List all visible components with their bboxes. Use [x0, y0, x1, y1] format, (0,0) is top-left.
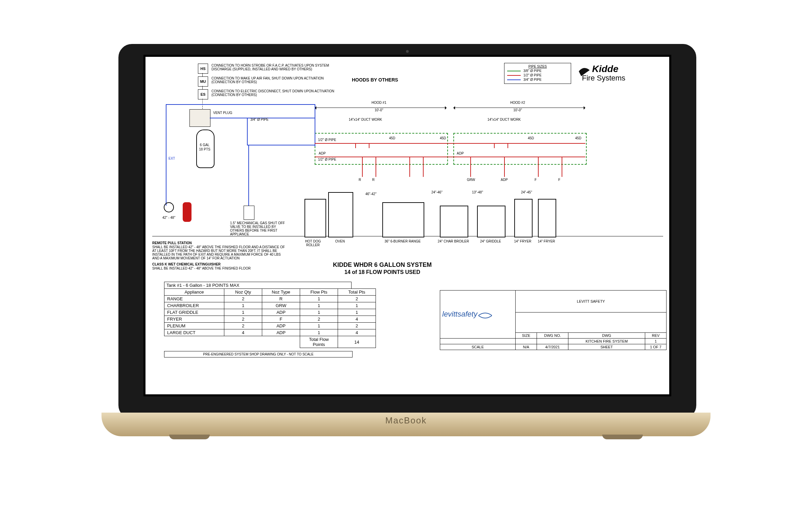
appliance-fryer1	[514, 199, 533, 237]
lbl-griddle: 24" GRIDDLE	[474, 239, 508, 243]
pipe-supply-h1	[166, 104, 315, 105]
canvas: HS CONNECTION TO HORN STROBE OR F.A.C.P.…	[0, 0, 812, 510]
hood2-label: HOOD #2	[501, 101, 535, 105]
vent-plug: VENT PLUG	[213, 111, 232, 115]
system-sub: 14 of 18 FLOW POINTS USED	[298, 269, 467, 275]
brand-line2: Fire Systems	[582, 74, 625, 83]
ext-tag: EXT	[168, 157, 175, 160]
pipe-branch-lower	[315, 157, 585, 157]
noz-45d: 45D	[389, 136, 395, 140]
control-head	[189, 109, 210, 127]
table-row: PLENUM2ADP12	[164, 323, 376, 329]
appliance-hotdog	[304, 199, 326, 237]
table-row: LARGE DUCT4ADP14	[164, 329, 376, 336]
mu-tag: MU	[198, 76, 208, 87]
gas-note: 1.5" MECHANICAL GAS SHUT OFF VALVE TO BE…	[230, 221, 288, 236]
lbl-oven: OVEN	[328, 239, 352, 243]
footer-note: PRE-ENGINEERED SYSTEM SHOP DRAWING ONLY …	[164, 351, 353, 357]
drawing-sheet: HS CONNECTION TO HORN STROBE OR F.A.C.P.…	[143, 55, 671, 396]
es-tag: ES	[198, 89, 208, 99]
table-row: FRYER2F24	[164, 316, 376, 323]
pipe-legend: PIPE SIZES 3/8" Ø PIPE 1/2" Ø PIPE 3/4" …	[504, 63, 571, 84]
lbl-range: 36" 6-BURNER RANGE	[382, 239, 423, 243]
title-block: levittsafety LEVITT SAFETY SIZE DWG NO. …	[440, 290, 667, 350]
table-row: RANGE2R12	[164, 296, 376, 302]
duct1: 14"x14" DUCT WORK	[348, 118, 382, 121]
note-pull: SHALL BE INSTALLED 42" - 48" ABOVE THE F…	[152, 245, 288, 260]
hood2-outline	[453, 133, 587, 165]
total-value: 14	[338, 336, 376, 348]
hood1-label: HOOD #1	[362, 101, 396, 105]
mu-note: CONNECTION TO MAKE UP AIR FAN, SHUT DOWN…	[211, 76, 340, 84]
appliance-oven	[328, 192, 353, 237]
pull-station-icon	[164, 202, 174, 212]
contractor-name: LEVITT SAFETY	[516, 291, 667, 312]
hs-tag: HS	[198, 64, 208, 74]
appliance-charbroiler	[440, 206, 468, 237]
table-row: FLAT GRIDDLE1ADP11	[164, 309, 376, 316]
system-title: KIDDE WHDR 6 GALLON SYSTEM	[298, 261, 467, 269]
flow-table: ApplianceNoz QtyNoz TypeFlow PtsTotal Pt…	[164, 288, 376, 348]
sheet-number: 1 OF 7	[645, 344, 667, 350]
note-pull-title: REMOTE PULL STATION	[152, 241, 288, 245]
dwg-name: KITCHEN FIRE SYSTEM	[568, 339, 645, 344]
noz-f: F	[535, 178, 537, 182]
lbl-hotdog: HOT DOG ROLLER	[299, 239, 326, 247]
gas-valve-icon	[244, 206, 254, 220]
screen: HS CONNECTION TO HORN STROBE OR F.A.C.P.…	[143, 55, 671, 396]
appliance-fryer2	[538, 199, 556, 237]
duct2: 14"x14" DUCT WORK	[487, 118, 521, 121]
lbl-fryer2: 14" FRYER	[535, 239, 558, 243]
lbl-fryer1: 14" FRYER	[511, 239, 535, 243]
noz-adp: ADP	[319, 152, 326, 155]
brand-line1: Kidde	[592, 64, 618, 74]
laptop-mockup: HS CONNECTION TO HORN STROBE OR F.A.C.P.…	[102, 44, 710, 457]
flow-col-0: Appliance	[164, 289, 224, 296]
camera-icon	[406, 50, 409, 53]
height-marker: 42" - 48"	[162, 216, 175, 219]
lbl-char: 24" CHAR BROILER	[436, 239, 470, 243]
noz-grw: GRW	[467, 178, 475, 182]
hoods-by-others: HOODS BY OTHERS	[352, 77, 398, 83]
legend-title: PIPE SIZES	[507, 65, 568, 68]
hs-note: CONNECTION TO HORN STROBE OR F.A.C.P. AC…	[211, 64, 340, 71]
drawing-date: 4/7/2021	[537, 344, 568, 350]
flow-col-1: Noz Qty	[224, 289, 262, 296]
flow-col-3: Flow Pts	[300, 289, 338, 296]
note-ext: SHALL BE INSTALLED 42" - 48" ABOVE THE F…	[152, 266, 288, 270]
appliance-range	[382, 202, 424, 237]
levitt-logo: levittsafety	[442, 310, 477, 318]
extinguisher-icon	[183, 202, 191, 222]
total-label: Total Flow Points	[300, 336, 338, 348]
table-row: CHARBROILER1GRW11	[164, 302, 376, 309]
flow-col-4: Total Pts	[338, 289, 376, 296]
appliance-griddle	[477, 206, 505, 237]
es-note: CONNECTION TO ELECTRIC DISCONNECT, SHUT …	[211, 89, 340, 97]
flow-col-2: Noz Type	[262, 289, 300, 296]
hood1-dim	[315, 108, 447, 108]
flow-table-caption: Tank #1 - 6 Gallon - 18 POINTS MAX Appli…	[164, 282, 376, 348]
hood2-dim	[453, 108, 585, 108]
device-label: MacBook	[102, 415, 710, 426]
note-ext-title: CLASS K WET CHEMICAL EXTINGUISHER	[152, 262, 288, 266]
laptop-bezel: HS CONNECTION TO HORN STROBE OR F.A.C.P.…	[118, 44, 696, 419]
